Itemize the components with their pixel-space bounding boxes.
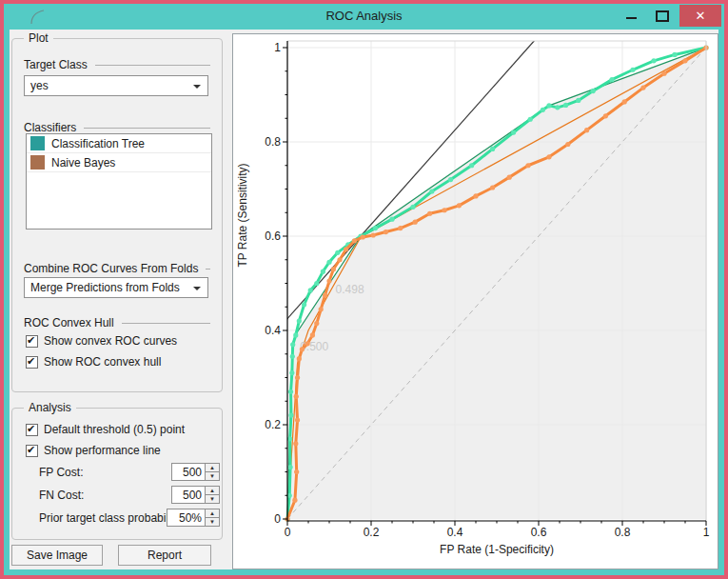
divider	[122, 323, 210, 324]
minimize-icon[interactable]	[626, 17, 637, 19]
plot-group-label: Plot	[24, 31, 53, 45]
x-tick-label: 0	[285, 526, 291, 539]
list-item-naive-bayes[interactable]: Naive Bayes	[27, 153, 211, 172]
combine-folds-header: Combine ROC Curves From Folds	[24, 262, 210, 275]
roc-chart-panel: 0.4980.500000.20.20.40.40.60.60.80.811FP…	[232, 33, 718, 569]
checkbox-label: Show ROC convex hull	[44, 355, 161, 369]
close-button[interactable]: ✕	[679, 5, 721, 27]
titlebar: ROC Analysis ✕	[4, 4, 724, 30]
checkbox-label: Show performance line	[44, 444, 161, 457]
controls-sidebar: Plot Target Class yes Classifiers Classi…	[10, 30, 230, 569]
analysis-groupbox: Analysis ✔ Default threshold (0.5) point…	[11, 408, 223, 540]
prior-probability-label: Prior target class probability:	[39, 511, 183, 525]
fn-cost-label: FN Cost:	[39, 489, 84, 502]
roc-analysis-window: ROC Analysis ✕ Plot Target Class yes Cla…	[0, 0, 728, 579]
classifiers-header: Classifiers	[24, 121, 210, 134]
spin-down-icon[interactable]: ▼	[206, 518, 219, 526]
checkbox-show-roc-convex-hull[interactable]: ✔ Show ROC convex hull	[26, 354, 161, 369]
checkbox: ✔	[26, 445, 38, 457]
x-tick-label: 0.4	[447, 526, 463, 539]
analysis-group-label: Analysis	[24, 401, 76, 414]
x-tick-label: 0.2	[364, 526, 380, 539]
threshold-annotation: 0.498	[336, 283, 364, 296]
prior-probability-spinbox[interactable]: 50% ▲ ▼	[167, 509, 220, 527]
classifier-color-swatch	[30, 155, 45, 170]
target-class-select[interactable]: yes	[24, 75, 208, 96]
check-icon: ✔	[27, 355, 35, 368]
divider	[84, 128, 210, 129]
x-tick-label: 0.8	[615, 526, 631, 539]
combine-folds-select[interactable]: Merge Predictions from Folds	[24, 277, 208, 298]
checkbox: ✔	[26, 424, 38, 436]
fp-cost-row: FP Cost: 500 ▲ ▼	[39, 463, 220, 481]
y-tick-label: 0	[274, 512, 281, 526]
fn-cost-spinbox[interactable]: 500 ▲ ▼	[171, 486, 220, 504]
spinner-buttons: ▲ ▼	[205, 509, 219, 526]
check-icon: ✔	[27, 334, 35, 347]
y-tick-label: 0.8	[265, 135, 281, 149]
widget-content: Plot Target Class yes Classifiers Classi…	[10, 30, 718, 569]
target-class-header: Target Class	[24, 58, 210, 71]
prior-probability-value[interactable]: 50%	[167, 509, 205, 526]
classifier-name: Naive Bayes	[51, 156, 115, 170]
y-axis-title: TP Rate (Sensitivity)	[236, 163, 249, 267]
prior-probability-row: Prior target class probability: 50% ▲ ▼	[39, 509, 220, 527]
checkbox-show-performance-line[interactable]: ✔ Show performance line	[26, 443, 161, 458]
fp-cost-spinbox[interactable]: 500 ▲ ▼	[171, 463, 220, 481]
checkbox: ✔	[26, 335, 38, 348]
window-title: ROC Analysis	[4, 9, 724, 23]
fp-cost-value[interactable]: 500	[172, 464, 205, 480]
fp-cost-label: FP Cost:	[39, 466, 83, 479]
fn-cost-row: FN Cost: 500 ▲ ▼	[39, 486, 220, 504]
fn-cost-value[interactable]: 500	[172, 487, 205, 503]
checkbox-label: Show convex ROC curves	[44, 334, 177, 348]
spin-down-icon[interactable]: ▼	[206, 472, 219, 480]
y-tick-label: 0.2	[265, 418, 281, 431]
classifiers-list: Classification Tree Naive Bayes	[26, 133, 212, 230]
target-class-label: Target Class	[24, 58, 88, 71]
check-icon: ✔	[27, 444, 35, 456]
spin-down-icon[interactable]: ▼	[206, 495, 219, 503]
classifier-color-swatch	[30, 136, 45, 150]
spinner-buttons: ▲ ▼	[205, 487, 219, 503]
list-item-classification-tree[interactable]: Classification Tree	[27, 134, 211, 153]
combine-folds-value: Merge Predictions from Folds	[30, 281, 180, 294]
convex-hull-label: ROC Convex Hull	[24, 316, 114, 329]
report-button[interactable]: Report	[118, 545, 211, 566]
divider	[95, 65, 210, 66]
classifier-name: Classification Tree	[51, 137, 145, 150]
check-icon: ✔	[27, 423, 35, 435]
spin-up-icon[interactable]: ▲	[206, 487, 219, 495]
maximize-icon[interactable]	[656, 10, 669, 22]
checkbox-show-convex-roc-curves[interactable]: ✔ Show convex ROC curves	[26, 333, 177, 349]
checkbox: ✔	[26, 356, 38, 369]
x-axis-title: FP Rate (1-Specificity)	[440, 543, 554, 556]
classifiers-label: Classifiers	[24, 121, 76, 134]
x-tick-label: 0.6	[531, 526, 547, 539]
spinner-buttons: ▲ ▼	[205, 464, 219, 480]
checkbox-label: Default threshold (0.5) point	[44, 423, 185, 436]
checkbox-default-threshold-point[interactable]: ✔ Default threshold (0.5) point	[26, 422, 185, 437]
spin-up-icon[interactable]: ▲	[206, 509, 219, 518]
spin-up-icon[interactable]: ▲	[206, 464, 219, 472]
x-tick-label: 1	[703, 526, 710, 539]
y-tick-label: 0.4	[265, 324, 281, 337]
roc-plot[interactable]: 0.4980.500000.20.20.40.40.60.60.80.811FP…	[233, 34, 718, 569]
y-tick-label: 0.6	[265, 230, 281, 243]
target-class-value: yes	[30, 79, 49, 92]
chevron-down-icon	[193, 287, 201, 290]
divider	[206, 269, 210, 270]
combine-folds-label: Combine ROC Curves From Folds	[24, 262, 198, 275]
close-icon: ✕	[696, 9, 706, 23]
convex-hull-header: ROC Convex Hull	[24, 316, 210, 329]
y-tick-label: 1	[274, 41, 281, 54]
chevron-down-icon	[193, 85, 201, 89]
plot-groupbox: Plot Target Class yes Classifiers Classi…	[11, 38, 223, 392]
save-image-button[interactable]: Save Image	[11, 545, 103, 566]
